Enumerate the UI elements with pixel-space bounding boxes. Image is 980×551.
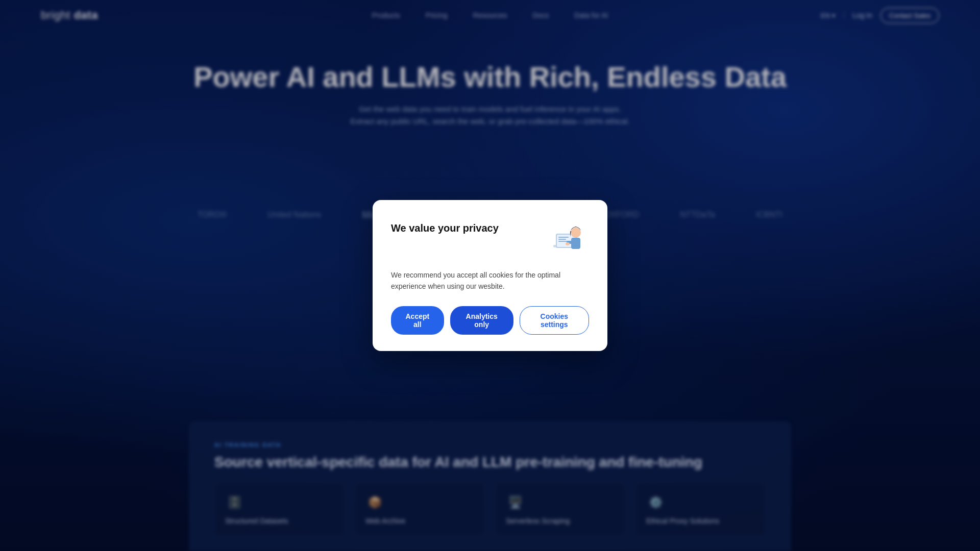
svg-rect-6: [571, 238, 580, 249]
modal-header: We value your privacy: [391, 218, 589, 259]
svg-point-9: [566, 242, 570, 245]
modal-overlay: We value your privacy: [0, 0, 980, 551]
privacy-modal: We value your privacy: [373, 200, 607, 352]
cookies-settings-button[interactable]: Cookies settings: [520, 306, 589, 335]
svg-point-7: [571, 228, 581, 238]
modal-buttons: Accept all Analytics only Cookies settin…: [391, 306, 589, 335]
svg-rect-3: [558, 237, 569, 238]
accept-all-button[interactable]: Accept all: [391, 306, 444, 335]
svg-rect-4: [558, 239, 566, 240]
modal-body: We recommend you accept all cookies for …: [391, 269, 589, 292]
analytics-only-button[interactable]: Analytics only: [450, 306, 513, 335]
modal-title: We value your privacy: [391, 222, 499, 234]
svg-rect-5: [558, 241, 568, 242]
modal-illustration: [543, 218, 589, 259]
